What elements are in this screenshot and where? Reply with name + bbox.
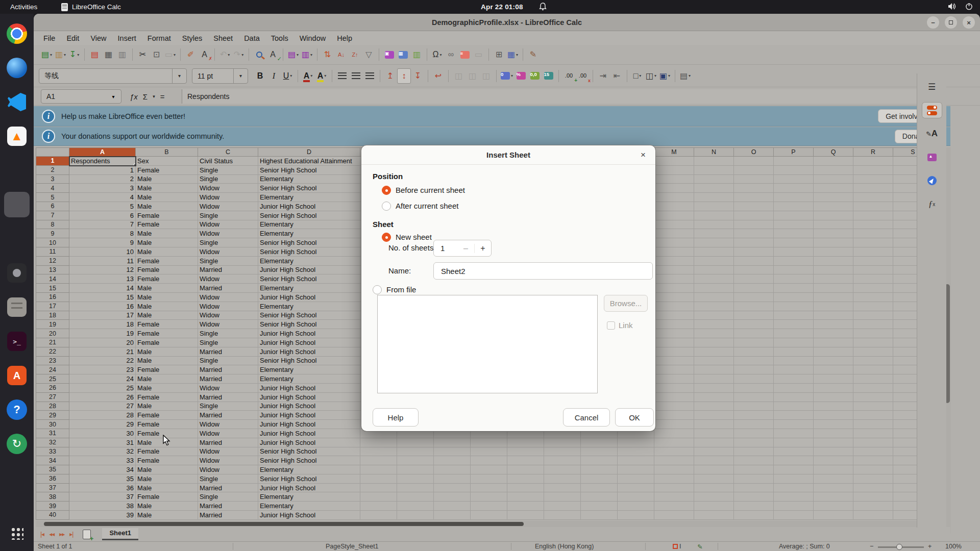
cell-H40[interactable] <box>471 511 507 520</box>
cell-Q29[interactable] <box>814 411 853 420</box>
cell-P14[interactable] <box>774 274 814 284</box>
cell-A14[interactable]: 13 <box>69 274 136 284</box>
dock-item-libreoffice-writer[interactable] <box>4 158 30 183</box>
font-name-combo[interactable]: 等线 ▾ <box>39 68 187 84</box>
cell-A20[interactable]: 19 <box>69 329 136 338</box>
app-indicator[interactable]: LibreOffice Calc <box>61 3 121 11</box>
cell-O6[interactable] <box>734 202 774 211</box>
cell-M28[interactable] <box>654 402 694 411</box>
cell-A37[interactable]: 36 <box>69 484 136 493</box>
cell-B20[interactable]: Female <box>136 329 198 338</box>
row-header-2[interactable]: 2 <box>36 166 69 175</box>
column-header-A[interactable]: A <box>69 147 136 157</box>
cell-P16[interactable] <box>774 293 814 302</box>
cell-B36[interactable]: Male <box>136 474 198 484</box>
cell-B2[interactable]: Female <box>136 166 198 175</box>
cell-B28[interactable]: Male <box>136 402 198 411</box>
cell-N21[interactable] <box>694 338 734 347</box>
row-header-27[interactable]: 27 <box>36 393 69 402</box>
cell-N11[interactable] <box>694 247 734 257</box>
cell-A29[interactable]: 28 <box>69 411 136 420</box>
cell-N15[interactable] <box>694 284 734 293</box>
cell-L33[interactable] <box>618 447 654 457</box>
cell-P29[interactable] <box>774 411 814 420</box>
cell-L37[interactable] <box>618 484 654 493</box>
dock-item-libreoffice-impress[interactable] <box>4 226 30 252</box>
row-header-5[interactable]: 5 <box>36 193 69 202</box>
cell-D11[interactable]: Senior High School <box>258 247 360 257</box>
cell-H35[interactable] <box>471 465 507 474</box>
insert-comment-icon[interactable]: ≡ <box>458 47 472 62</box>
column-header-P[interactable]: P <box>774 147 814 157</box>
cell-P39[interactable] <box>774 502 814 511</box>
cell-M32[interactable] <box>654 438 694 447</box>
cell-Q10[interactable] <box>814 238 853 247</box>
cell-L32[interactable] <box>618 438 654 447</box>
language[interactable]: English (Hong Kong) <box>535 543 594 550</box>
cell-N12[interactable] <box>694 257 734 266</box>
cell-N4[interactable] <box>694 184 734 193</box>
cell-K34[interactable] <box>581 456 618 465</box>
cell-M8[interactable] <box>654 220 694 230</box>
cell-C17[interactable]: Widow <box>198 302 258 311</box>
cell-B30[interactable]: Female <box>136 420 198 429</box>
gallery-icon[interactable] <box>922 149 942 165</box>
column-header-B[interactable]: B <box>136 147 198 157</box>
cell-Q14[interactable] <box>814 274 853 284</box>
cell-B4[interactable]: Male <box>136 184 198 193</box>
cell-P17[interactable] <box>774 302 814 311</box>
format-as-currency-icon[interactable]: 0▾ <box>500 68 514 84</box>
cell-A23[interactable]: 22 <box>69 357 136 366</box>
cell-I39[interactable] <box>507 502 544 511</box>
row-header-36[interactable]: 36 <box>36 474 69 484</box>
row-header-21[interactable]: 21 <box>36 338 69 347</box>
cell-D3[interactable]: Elementary <box>258 175 360 184</box>
cell-K37[interactable] <box>581 484 618 493</box>
cell-A30[interactable]: 29 <box>69 420 136 429</box>
cell-C23[interactable]: Single <box>198 357 258 366</box>
cell-N31[interactable] <box>694 429 734 438</box>
cell-M16[interactable] <box>654 293 694 302</box>
cell-B16[interactable]: Male <box>136 293 198 302</box>
cell-E34[interactable] <box>360 456 397 465</box>
cell-D9[interactable]: Elementary <box>258 229 360 238</box>
cell-M9[interactable] <box>654 229 694 238</box>
cell-C6[interactable]: Widow <box>198 202 258 211</box>
cell-P34[interactable] <box>774 456 814 465</box>
cell-M40[interactable] <box>654 511 694 520</box>
cell-C27[interactable]: Married <box>198 393 258 402</box>
cell-M31[interactable] <box>654 429 694 438</box>
format-as-number-icon[interactable]: 0,0 <box>528 68 542 84</box>
cell-P19[interactable] <box>774 320 814 329</box>
cell-A17[interactable]: 16 <box>69 302 136 311</box>
cell-K38[interactable] <box>581 492 618 502</box>
cell-M25[interactable] <box>654 374 694 384</box>
cell-A33[interactable]: 32 <box>69 447 136 457</box>
border-style-icon[interactable]: ◫▾ <box>644 68 658 84</box>
cell-M14[interactable] <box>654 274 694 284</box>
cell-M27[interactable] <box>654 393 694 402</box>
cell-D4[interactable]: Senior High School <box>258 184 360 193</box>
cell-A3[interactable]: 2 <box>69 175 136 184</box>
cell-P35[interactable] <box>774 465 814 474</box>
new-sheet-radio[interactable] <box>382 233 391 242</box>
menu-styles[interactable]: Styles <box>177 33 208 44</box>
menu-tools[interactable]: Tools <box>265 33 294 44</box>
cell-Q27[interactable] <box>814 393 853 402</box>
cell-P18[interactable] <box>774 311 814 320</box>
cell-C12[interactable]: Single <box>198 257 258 266</box>
cell-B17[interactable]: Male <box>136 302 198 311</box>
horizontal-scrollbar[interactable] <box>36 521 943 527</box>
cell-J37[interactable] <box>544 484 581 493</box>
cell-O15[interactable] <box>734 284 774 293</box>
row-header-20[interactable]: 20 <box>36 329 69 338</box>
cell-N8[interactable] <box>694 220 734 230</box>
dock-item-terminal[interactable]: >_ <box>4 329 30 354</box>
cell-H34[interactable] <box>471 456 507 465</box>
row-header-13[interactable]: 13 <box>36 266 69 275</box>
cell-C2[interactable]: Single <box>198 166 258 175</box>
cell-O23[interactable] <box>734 357 774 366</box>
sheet-name-field[interactable]: Sheet2 <box>433 262 653 280</box>
function-wizard-icon[interactable]: ƒx <box>130 92 138 101</box>
dock-item-help[interactable]: ? <box>4 397 30 422</box>
